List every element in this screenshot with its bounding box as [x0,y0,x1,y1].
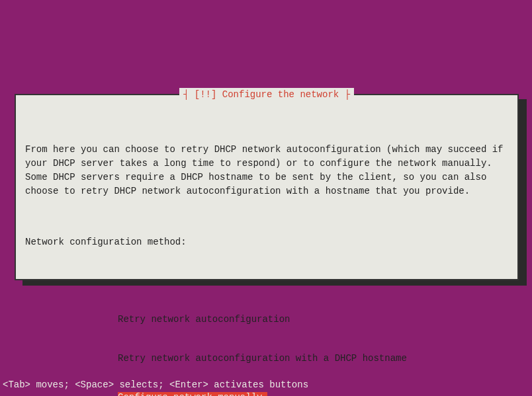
menu-item-retry-autoconfig-hostname[interactable]: Retry network autoconfiguration with a D… [118,353,407,364]
prompt-label: Network configuration method: [25,235,508,249]
dialog-box: ┤ [!!] Configure the network ├ From here… [15,94,519,280]
dialog-content: From here you can choose to retry DHCP n… [16,95,517,396]
menu-item-retry-autoconfig[interactable]: Retry network autoconfiguration [118,314,290,325]
menu-item-configure-manually[interactable]: Configure network manually [118,392,267,396]
dialog-title: ┤ [!!] Configure the network ├ [179,88,354,102]
dialog-body-text: From here you can choose to retry DHCP n… [25,143,508,198]
status-bar: <Tab> moves; <Space> selects; <Enter> ac… [3,378,308,392]
